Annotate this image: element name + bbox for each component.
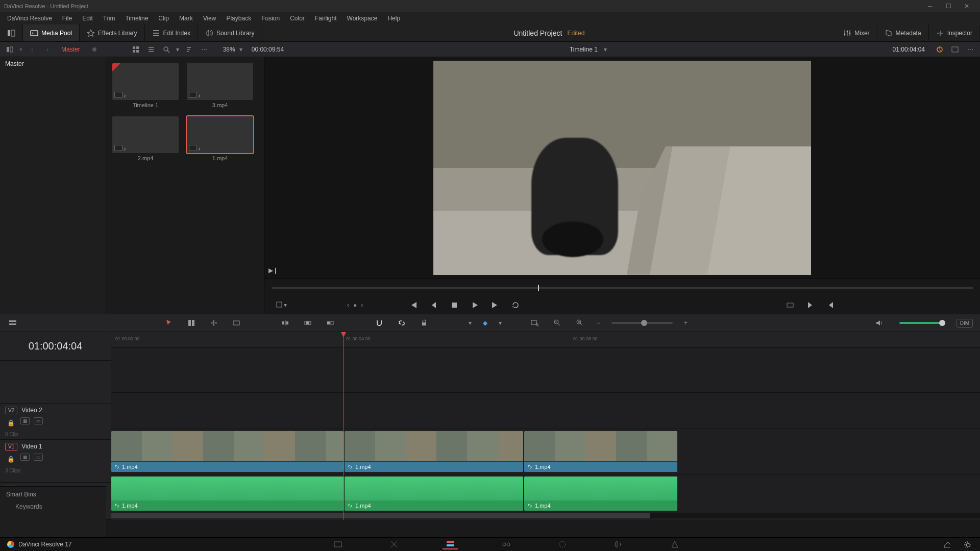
track-v2[interactable] <box>111 393 980 429</box>
page-color[interactable] <box>555 539 570 549</box>
menu-trim[interactable]: Trim <box>99 13 119 23</box>
page-edit[interactable] <box>443 539 458 549</box>
timeline-name[interactable]: Timeline 1 <box>570 46 598 53</box>
track-v1[interactable]: 1.mp41.mp41.mp4 <box>111 429 980 474</box>
media-pool-tab[interactable]: Media Pool <box>23 24 80 41</box>
media-clip[interactable]: ♪Timeline 1 <box>112 63 179 108</box>
page-deliver[interactable] <box>667 539 682 549</box>
zoom-out-icon[interactable] <box>552 317 563 329</box>
media-clip[interactable]: ♪1.mp4 <box>187 116 253 161</box>
last-clip-icon[interactable] <box>825 299 837 311</box>
menu-davinci-resolve[interactable]: DaVinci Resolve <box>3 13 56 23</box>
bin-view-dropdown[interactable] <box>4 44 15 55</box>
menu-file[interactable]: File <box>58 13 76 23</box>
breadcrumb-master[interactable]: Master <box>61 46 80 53</box>
prev-edit-icon[interactable]: ‹ <box>347 302 349 309</box>
zoom-minus[interactable]: − <box>597 319 600 327</box>
volume-slider[interactable] <box>899 322 945 324</box>
mixer-tab[interactable]: Mixer <box>836 24 877 41</box>
menu-fairlight[interactable]: Fairlight <box>311 13 341 23</box>
dim-button[interactable]: DIM <box>957 319 973 328</box>
menu-playback[interactable]: Playback <box>222 13 255 23</box>
sound-library-tab[interactable]: Sound Library <box>198 24 262 41</box>
lock-track-icon[interactable]: 🔒 <box>5 417 16 429</box>
next-edit-icon[interactable]: › <box>361 302 363 309</box>
media-clip[interactable]: ♪2.mp4 <box>112 116 179 161</box>
home-icon[interactable] <box>941 539 952 550</box>
menu-view[interactable]: View <box>199 13 220 23</box>
trim-tool-icon[interactable] <box>186 317 197 329</box>
settings-icon[interactable] <box>962 539 973 550</box>
window-close[interactable]: ✕ <box>958 3 976 10</box>
media-clip[interactable]: ♪3.mp4 <box>187 63 253 108</box>
track-header-v1[interactable]: V1Video 1 🔒 ▦ ▭ 3 Clips <box>0 440 111 483</box>
viewer-scrubber[interactable] <box>264 278 980 296</box>
step-back-icon[interactable] <box>428 299 439 311</box>
more-icon[interactable]: ⋯ <box>199 44 210 55</box>
zoom-in-icon[interactable] <box>574 317 585 329</box>
metadata-tab[interactable]: Metadata <box>877 24 929 41</box>
track-visible-icon[interactable]: ▭ <box>34 417 43 424</box>
blade-tool-icon[interactable] <box>231 317 242 329</box>
track-tag[interactable]: V1 <box>5 443 17 450</box>
timeline-ruler[interactable]: 01:00:00:0001:00:04:0001:00:08:00 <box>111 332 980 347</box>
menu-clip[interactable]: Clip <box>154 13 173 23</box>
menu-help[interactable]: Help <box>383 13 404 23</box>
timeline-view-options-icon[interactable] <box>7 317 18 329</box>
audio-clip[interactable]: 1.mp4 <box>111 477 344 511</box>
menu-fusion[interactable]: Fusion <box>257 13 284 23</box>
track-header-v2[interactable]: V2Video 2 🔒 ▦ ▭ 0 Clip <box>0 404 111 440</box>
auto-select-icon[interactable]: ▦ <box>20 454 30 461</box>
viewer-options-icon[interactable]: ⋯ <box>965 44 976 55</box>
menu-mark[interactable]: Mark <box>175 13 197 23</box>
window-minimize[interactable]: ─ <box>921 3 939 10</box>
inout-clear-icon[interactable] <box>785 299 796 311</box>
go-last-icon[interactable] <box>489 299 501 311</box>
search-icon[interactable] <box>161 44 172 55</box>
viewer-image[interactable] <box>433 61 811 275</box>
playhead[interactable] <box>344 332 344 520</box>
match-frame-icon[interactable]: ▶❙ <box>268 267 278 274</box>
play-icon[interactable] <box>469 299 480 311</box>
thumbnail-view-icon[interactable] <box>130 44 141 55</box>
crop-dropdown[interactable]: ▾ <box>276 299 287 311</box>
link-icon[interactable] <box>396 317 407 329</box>
volume-icon[interactable] <box>874 317 885 329</box>
index-search-icon[interactable] <box>529 317 541 329</box>
loop-icon[interactable] <box>510 299 521 311</box>
inspector-tab[interactable]: Inspector <box>929 24 980 41</box>
track-a1[interactable]: 1.mp41.mp41.mp4 <box>111 474 980 513</box>
overwrite-clip-icon[interactable] <box>302 317 313 329</box>
dynamic-trim-icon[interactable] <box>208 317 219 329</box>
zoom-slider[interactable] <box>611 322 673 324</box>
replace-clip-icon[interactable] <box>325 317 336 329</box>
menu-color[interactable]: Color <box>286 13 309 23</box>
lock-icon[interactable] <box>419 317 430 329</box>
page-cut[interactable] <box>386 539 402 549</box>
zoom-plus[interactable]: + <box>684 319 688 327</box>
smart-bin-keywords[interactable]: Keywords <box>6 503 100 510</box>
track-tag[interactable]: V2 <box>5 407 17 414</box>
video-clip[interactable]: 1.mp4 <box>345 431 523 472</box>
stop-icon[interactable] <box>449 299 460 311</box>
auto-select-icon[interactable]: ▦ <box>20 417 30 424</box>
zoom-percent[interactable]: 38% <box>223 46 235 53</box>
menu-edit[interactable]: Edit <box>78 13 97 23</box>
bin-master[interactable]: Master <box>5 60 101 67</box>
single-viewer-icon[interactable] <box>949 44 961 55</box>
bypass-grade-icon[interactable] <box>934 44 945 55</box>
menu-timeline[interactable]: Timeline <box>121 13 152 23</box>
window-maximize[interactable]: ☐ <box>939 3 958 10</box>
track-visible-icon[interactable]: ▭ <box>34 454 43 461</box>
insert-clip-icon[interactable] <box>280 317 291 329</box>
list-view-icon[interactable] <box>145 44 157 55</box>
horizontal-scrollbar[interactable] <box>111 513 650 518</box>
timeline-timecode[interactable]: 01:00:04:04 <box>0 332 111 361</box>
effects-library-tab[interactable]: Effects Library <box>80 24 144 41</box>
sort-icon[interactable] <box>183 44 194 55</box>
panel-toggle-left[interactable] <box>0 24 23 41</box>
marker-blue[interactable]: ◆ <box>483 319 487 327</box>
page-fusion[interactable] <box>499 539 514 549</box>
selection-tool-icon[interactable] <box>163 317 175 329</box>
nav-back[interactable]: ‹ <box>27 44 38 55</box>
